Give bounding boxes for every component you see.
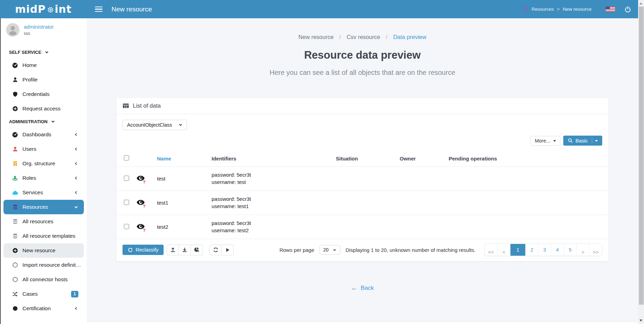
- breadcrumb-separator: >: [557, 7, 560, 12]
- sidebar-item-request-access[interactable]: Request access: [3, 101, 84, 116]
- topbar-breadcrumb-resources[interactable]: Resources: [531, 7, 554, 12]
- scroll-up-icon[interactable]: [640, 2, 642, 4]
- chevron-left-icon: [74, 147, 78, 151]
- page-last-button[interactable]: >>: [589, 244, 602, 256]
- sidebar-item-home[interactable]: Home: [3, 58, 84, 72]
- rows-per-page-label: Rows per page: [280, 247, 314, 253]
- avatar-icon[interactable]: [6, 23, 19, 36]
- rows-per-page-value: 20: [323, 247, 329, 253]
- hamburger-icon[interactable]: [95, 7, 103, 12]
- refresh-icon: [213, 247, 218, 253]
- chevron-down-icon: [333, 248, 336, 252]
- connector-hosts-icon: [12, 277, 18, 283]
- sidebar-item-users[interactable]: Users: [3, 142, 84, 156]
- sidebar-item-label: Import resource definit…: [22, 262, 81, 268]
- more-button[interactable]: More...: [530, 136, 560, 146]
- sidebar-item-roles[interactable]: Roles: [3, 171, 84, 185]
- row-checkbox[interactable]: [124, 176, 129, 181]
- shadow-account-icon: ?: [136, 199, 145, 206]
- refresh-button[interactable]: [209, 245, 222, 255]
- resources-icon: [12, 204, 18, 210]
- sidebar-item-new-resource[interactable]: New resource: [3, 243, 84, 258]
- chevron-left-icon: [74, 132, 78, 137]
- download-icon: [182, 247, 187, 253]
- section-label: ADMINISTRATION: [9, 119, 48, 124]
- basic-search-button[interactable]: Basic: [563, 136, 602, 146]
- create-report-button[interactable]: [191, 245, 203, 255]
- chevron-left-icon: [74, 190, 78, 195]
- page-2-button[interactable]: 2: [525, 244, 538, 256]
- sidebar-item-profile[interactable]: Profile: [3, 72, 84, 87]
- identifier-line: password: 5ecr3t: [212, 171, 336, 179]
- section-administration[interactable]: ADMINISTRATION: [3, 116, 84, 127]
- download-button[interactable]: [179, 245, 191, 255]
- sidebar-item-cases[interactable]: Cases 1: [3, 287, 84, 301]
- midpoint-logo[interactable]: midPint: [0, 3, 87, 15]
- caret-down-icon[interactable]: [595, 140, 598, 142]
- reclassify-button[interactable]: Reclassify: [123, 245, 164, 255]
- pagination: << < 1 2 3 4 5 > >>: [484, 244, 602, 256]
- paging-summary: Displaying 1 to 20, unknown number of ma…: [345, 247, 476, 253]
- play-button[interactable]: [222, 245, 234, 255]
- upload-button[interactable]: [167, 245, 179, 255]
- reclassify-icon: [128, 247, 133, 253]
- topbar-breadcrumb-new-resource[interactable]: New resource: [563, 7, 592, 12]
- back-button[interactable]: ← Back: [351, 284, 374, 292]
- user-name[interactable]: administrator: [24, 24, 54, 30]
- sidebar-item-org-structure[interactable]: Org. structure: [3, 156, 84, 171]
- vertical-scrollbar[interactable]: [638, 0, 644, 324]
- column-header-pending-operations: Pending operations: [449, 151, 608, 167]
- scrollbar-thumb[interactable]: [639, 7, 644, 305]
- logo-text-right: int: [55, 3, 72, 15]
- roles-icon: [12, 175, 18, 181]
- card-header: List of data: [116, 98, 608, 114]
- rows-per-page-select[interactable]: 20: [320, 245, 341, 255]
- us-flag-icon[interactable]: [606, 7, 615, 12]
- breadcrumb-data-preview: Data preview: [393, 34, 426, 40]
- sidebar-item-certification[interactable]: Certification: [3, 301, 84, 316]
- breadcrumb-csv-resource[interactable]: Csv resource: [347, 34, 380, 40]
- sidebar-item-resources[interactable]: Resources: [3, 200, 84, 214]
- sidebar-item-label: Request access: [22, 106, 60, 112]
- row-checkbox[interactable]: [124, 200, 129, 205]
- page-prev-button[interactable]: <: [497, 244, 510, 256]
- select-all-checkbox[interactable]: [124, 155, 129, 160]
- sidebar-item-label: Services: [22, 189, 43, 196]
- power-icon[interactable]: [624, 6, 631, 13]
- pie-plus-icon: [194, 247, 200, 253]
- scroll-down-icon[interactable]: [640, 320, 642, 322]
- cell-pending-operations: [449, 215, 608, 239]
- more-button-label: More...: [535, 138, 550, 144]
- breadcrumb-new-resource[interactable]: New resource: [299, 34, 334, 40]
- question-mark-icon: ?: [143, 204, 146, 208]
- shadow-account-icon: ?: [136, 224, 145, 230]
- page-title: Resource data preview: [87, 49, 638, 61]
- user-panel: administrator sss: [1, 18, 87, 42]
- sidebar-item-label: All resource templates: [22, 233, 75, 239]
- sidebar-item-import-resource-definition[interactable]: Import resource definit…: [3, 258, 84, 272]
- breadcrumb-separator: /: [382, 34, 392, 40]
- page-4-button[interactable]: 4: [551, 244, 564, 256]
- page-5-button[interactable]: 5: [564, 244, 576, 256]
- services-icon: [12, 190, 18, 196]
- column-header-name[interactable]: Name: [157, 151, 212, 167]
- page-3-button[interactable]: 3: [538, 244, 551, 256]
- sidebar-item-all-connector-hosts[interactable]: All connector hosts: [3, 272, 84, 287]
- page-first-button[interactable]: <<: [485, 244, 497, 256]
- page-1-button[interactable]: 1: [510, 244, 525, 256]
- object-class-select[interactable]: AccountObjectClass: [123, 120, 187, 130]
- cell-identifiers: password: 5ecr3t username: test1: [212, 191, 336, 215]
- cell-pending-operations: [449, 167, 608, 191]
- sidebar-item-dashboards[interactable]: Dashboards: [3, 127, 84, 142]
- page-next-button[interactable]: >: [576, 244, 589, 256]
- row-checkbox[interactable]: [124, 224, 129, 229]
- sidebar-item-all-resources[interactable]: All resources: [3, 214, 84, 229]
- section-self-service[interactable]: SELF SERVICE: [3, 47, 84, 58]
- sidebar-item-credentials[interactable]: Credentials: [3, 87, 84, 101]
- user-description: sss: [24, 31, 54, 36]
- sidebar-item-services[interactable]: Services: [3, 185, 84, 200]
- sidebar-item-label: All resources: [22, 218, 53, 225]
- sidebar-item-all-resource-templates[interactable]: All resource templates: [3, 229, 84, 243]
- back-arrow-icon: ←: [351, 284, 358, 292]
- search-icon: [568, 138, 573, 143]
